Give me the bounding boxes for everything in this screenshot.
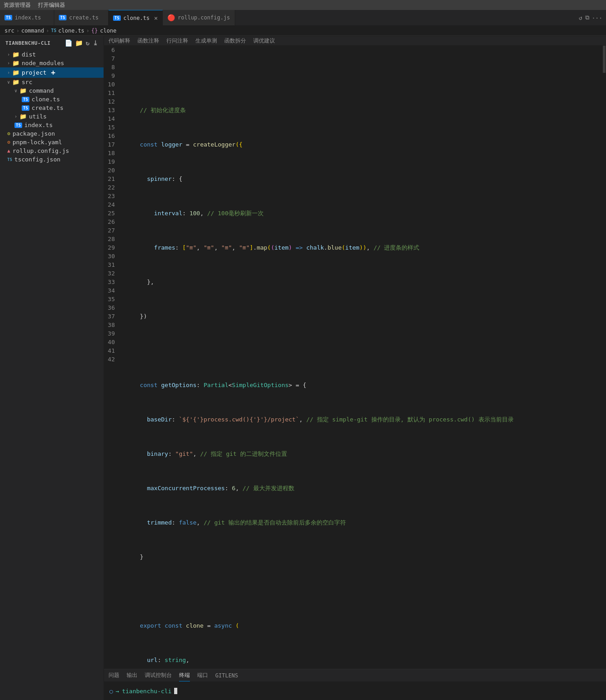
title-label: 资源管理器 bbox=[4, 1, 31, 9]
breadcrumb-file[interactable]: clone.ts bbox=[58, 28, 85, 34]
breadcrumb-src[interactable]: src bbox=[5, 28, 14, 34]
refresh-icon[interactable]: ↻ bbox=[86, 39, 90, 47]
sidebar-item-utils[interactable]: › 📁 utils bbox=[0, 112, 104, 121]
terminal-cursor-block bbox=[174, 688, 177, 694]
new-file-icon[interactable]: 📄 bbox=[65, 39, 73, 47]
split-editor-icon[interactable]: ⧉ bbox=[585, 14, 589, 21]
ctx-decode[interactable]: 代码解释 bbox=[109, 37, 130, 45]
sidebar-item-index-ts[interactable]: TS index.ts bbox=[0, 121, 104, 129]
code-line-21 bbox=[126, 587, 602, 596]
title-bar: 资源管理器 打开编辑器 bbox=[0, 0, 606, 10]
folder-icon-command: 📁 bbox=[19, 87, 27, 94]
ts-icon-create: TS bbox=[59, 15, 66, 20]
ctx-inline[interactable]: 行问注释 bbox=[166, 37, 188, 45]
code-line-9: spinner: { bbox=[126, 175, 602, 183]
sidebar-item-tsconfig[interactable]: TS tsconfig.json bbox=[0, 155, 104, 164]
tab-label-index: index.ts bbox=[15, 14, 41, 21]
tab-create[interactable]: TS create.ts bbox=[54, 10, 109, 25]
project-name: TIANBENCHU-CLI bbox=[5, 40, 51, 46]
breadcrumb: src › command › TS clone.ts › {} clone bbox=[0, 26, 606, 36]
terminal-tab-terminal[interactable]: 终端 bbox=[179, 670, 190, 681]
terminal-panel: 问题 输出 调试控制台 终端 端口 GITLENS ○ → tianbenchu… bbox=[104, 669, 606, 700]
sidebar-item-create-ts[interactable]: TS create.ts bbox=[0, 104, 104, 112]
sidebar-item-clone-ts[interactable]: TS clone.ts bbox=[0, 95, 104, 104]
yaml-icon: ⚙ bbox=[7, 139, 10, 145]
folder-icon-node-modules: 📁 bbox=[12, 60, 19, 66]
sidebar-item-dist[interactable]: › 📁 dist bbox=[0, 50, 104, 59]
ts-icon-index: TS bbox=[5, 15, 12, 20]
ts-icon-clone: TS bbox=[113, 15, 121, 21]
code-area: 6 7 8 9 10 11 12 13 14 15 16 17 18 19 20… bbox=[104, 46, 606, 669]
chevron-src: ∨ bbox=[7, 80, 10, 85]
sidebar-header: TIANBENCHU-CLI 📄 📁 ↻ ⤓ bbox=[0, 36, 104, 50]
ctx-test[interactable]: 生成单测 bbox=[195, 37, 217, 45]
main-area: TIANBENCHU-CLI 📄 📁 ↻ ⤓ › 📁 dist › 📁 node… bbox=[0, 36, 606, 700]
sidebar-label-dist: dist bbox=[22, 51, 36, 58]
sidebar-label-rollup-config: rollup.config.js bbox=[13, 147, 69, 154]
code-line-20: } bbox=[126, 553, 602, 561]
close-icon-clone[interactable]: × bbox=[154, 15, 158, 21]
crumb-icon-fn: {} bbox=[91, 28, 98, 34]
sidebar-item-src[interactable]: ∨ 📁 src bbox=[0, 78, 104, 86]
breadcrumb-fn[interactable]: clone bbox=[100, 28, 116, 34]
code-line-15: const getOptions: Partial<SimpleGitOptio… bbox=[126, 381, 602, 389]
code-line-12: }, bbox=[126, 278, 602, 286]
sidebar-item-project[interactable]: › 📁 project + bbox=[0, 67, 104, 78]
sidebar-label-command: command bbox=[29, 87, 54, 94]
sidebar-item-rollup-config[interactable]: ▲ rollup.config.js bbox=[0, 147, 104, 155]
terminal-tab-ports[interactable]: 端口 bbox=[197, 670, 208, 681]
tab-label-rollup: rollup.config.js bbox=[178, 14, 230, 21]
code-line-13: }) bbox=[126, 312, 602, 321]
terminal-tab-output[interactable]: 输出 bbox=[127, 670, 137, 681]
json-icon-package: ⚙ bbox=[7, 131, 10, 137]
tab-clone[interactable]: TS clone.ts × bbox=[109, 10, 163, 25]
sidebar-label-package-json: package.json bbox=[13, 130, 55, 137]
chevron-utils: › bbox=[14, 114, 17, 119]
editor-area: 代码解释 函数注释 行问注释 生成单测 函数拆分 调优建议 6 7 8 9 10… bbox=[104, 36, 606, 700]
terminal-tab-problems[interactable]: 问题 bbox=[109, 670, 119, 681]
plus-cursor-icon: + bbox=[51, 68, 56, 77]
rollup-icon: 🔴 bbox=[167, 14, 175, 21]
rollup-icon-sidebar: ▲ bbox=[7, 148, 10, 154]
ts-icon-bc: TS bbox=[51, 28, 57, 33]
sidebar-item-node-modules[interactable]: › 📁 node_modules bbox=[0, 59, 104, 67]
terminal-tab-gitlens[interactable]: GITLENS bbox=[215, 671, 238, 681]
sidebar-label-create-ts: create.ts bbox=[32, 104, 63, 111]
sidebar-item-package-json[interactable]: ⚙ package.json bbox=[0, 129, 104, 138]
sidebar-item-pnpm-lock[interactable]: ⚙ pnpm-lock.yaml bbox=[0, 138, 104, 147]
sidebar-item-command[interactable]: ∨ 📁 command bbox=[0, 86, 104, 95]
ctx-comment[interactable]: 函数注释 bbox=[137, 37, 159, 45]
tab-rollup[interactable]: 🔴 rollup.config.js bbox=[163, 10, 235, 25]
new-folder-icon[interactable]: 📁 bbox=[75, 39, 83, 47]
code-content: // 初始化进度条 const logger = createLogger({ … bbox=[122, 46, 602, 669]
ts-icon-index-sidebar: TS bbox=[14, 123, 22, 128]
folder-icon-project: 📁 bbox=[12, 69, 19, 76]
ts-icon-clone-sidebar: TS bbox=[22, 97, 29, 102]
code-line-22: export const clone = async ( bbox=[126, 621, 602, 630]
sep2: › bbox=[46, 28, 49, 34]
more-actions-icon[interactable]: ··· bbox=[592, 14, 602, 21]
breadcrumb-command[interactable]: command bbox=[21, 28, 44, 34]
code-line-19: trimmed: false, // git 输出的结果是否自动去除前后多余的空… bbox=[126, 518, 602, 527]
code-line-18: maxConcurrentProcesses: 6, // 最大并发进程数 bbox=[126, 484, 602, 492]
code-line-8: const logger = createLogger({ bbox=[126, 140, 602, 149]
folder-icon-dist: 📁 bbox=[12, 51, 19, 58]
ctx-optimize[interactable]: 调优建议 bbox=[253, 37, 275, 45]
terminal-tab-debug[interactable]: 调试控制台 bbox=[145, 670, 172, 681]
tab-index[interactable]: TS index.ts bbox=[0, 10, 54, 25]
code-line-23: url: string, bbox=[126, 656, 602, 664]
tab-bar-actions: ↺ ⧉ ··· bbox=[575, 10, 606, 25]
folder-icon-src: 📁 bbox=[12, 79, 19, 85]
sidebar-label-project: project bbox=[22, 69, 47, 76]
history-icon[interactable]: ↺ bbox=[579, 14, 582, 21]
line-numbers: 6 7 8 9 10 11 12 13 14 15 16 17 18 19 20… bbox=[104, 46, 122, 669]
collapse-all-icon[interactable]: ⤓ bbox=[93, 39, 99, 47]
code-line-16: baseDir: `${'{'}process.cwd(){'}'}/proje… bbox=[126, 415, 602, 424]
terminal-prompt-circle: ○ bbox=[109, 688, 113, 695]
sidebar: TIANBENCHU-CLI 📄 📁 ↻ ⤓ › 📁 dist › 📁 node… bbox=[0, 36, 104, 700]
ctx-split[interactable]: 函数拆分 bbox=[224, 37, 246, 45]
sidebar-label-node-modules: node_modules bbox=[22, 60, 64, 66]
ts-icon-create-sidebar: TS bbox=[22, 105, 29, 111]
terminal-content: ○ → tianbenchu-cli bbox=[104, 682, 606, 700]
code-line-14 bbox=[126, 346, 602, 355]
